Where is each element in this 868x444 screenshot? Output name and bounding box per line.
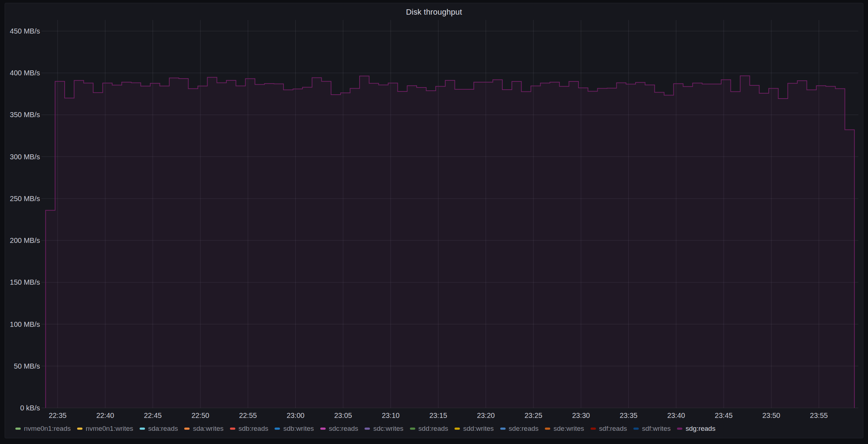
x-tick-label: 23:05 <box>327 411 359 420</box>
legend-item-sdf-writes[interactable]: sdf:writes <box>633 424 671 433</box>
y-tick-label: 50 MB/s <box>9 362 40 370</box>
legend-swatch <box>633 428 639 430</box>
legend-swatch <box>545 428 550 430</box>
legend-label: sde:writes <box>553 424 584 433</box>
legend-item-sdc-reads[interactable]: sdc:reads <box>320 424 358 433</box>
legend-label: sdf:writes <box>642 424 671 433</box>
legend-label: sdb:reads <box>239 424 268 433</box>
legend-item-sdb-reads[interactable]: sdb:reads <box>230 424 268 433</box>
legend-swatch <box>410 428 415 430</box>
legend-swatch <box>275 428 280 430</box>
x-tick-label: 23:00 <box>280 411 312 420</box>
legend-label: sdd:writes <box>463 424 494 433</box>
y-tick-label: 300 MB/s <box>9 153 40 161</box>
legend-swatch <box>230 428 235 430</box>
legend-item-sdc-writes[interactable]: sdc:writes <box>365 424 403 433</box>
x-tick-label: 23:25 <box>517 411 550 420</box>
x-tick-label: 23:30 <box>565 411 597 420</box>
legend-item-sdg-reads[interactable]: sdg:reads <box>677 424 715 433</box>
x-tick-label: 23:10 <box>375 411 407 420</box>
legend-item-sda-writes[interactable]: sda:writes <box>184 424 224 433</box>
legend-swatch <box>500 428 506 430</box>
legend: nvme0n1:readsnvme0n1:writessda:readssda:… <box>15 424 854 433</box>
legend-swatch <box>320 428 326 430</box>
x-tick-label: 23:40 <box>660 411 692 420</box>
legend-item-sde-writes[interactable]: sde:writes <box>545 424 584 433</box>
x-tick-label: 23:45 <box>708 411 740 420</box>
legend-swatch <box>140 428 145 430</box>
x-tick-label: 23:20 <box>470 411 502 420</box>
legend-swatch <box>677 428 682 430</box>
legend-swatch <box>15 428 21 430</box>
x-tick-label: 23:55 <box>803 411 835 420</box>
y-tick-label: 350 MB/s <box>9 111 40 119</box>
legend-item-nvme0n1-reads[interactable]: nvme0n1:reads <box>15 424 71 433</box>
legend-swatch <box>455 428 460 430</box>
legend-label: nvme0n1:reads <box>24 424 71 433</box>
legend-item-sdf-reads[interactable]: sdf:reads <box>591 424 627 433</box>
x-tick-label: 22:35 <box>41 411 74 420</box>
legend-item-sdd-writes[interactable]: sdd:writes <box>455 424 494 433</box>
legend-label: nvme0n1:writes <box>86 424 133 433</box>
legend-label: sda:reads <box>148 424 178 433</box>
legend-item-sde-reads[interactable]: sde:reads <box>500 424 538 433</box>
legend-label: sdc:reads <box>329 424 358 433</box>
y-tick-label: 450 MB/s <box>9 27 40 35</box>
legend-swatch <box>591 428 596 430</box>
x-tick-label: 22:55 <box>232 411 264 420</box>
y-tick-label: 150 MB/s <box>9 278 40 286</box>
y-tick-label: 250 MB/s <box>9 195 40 203</box>
y-tick-label: 100 MB/s <box>9 320 40 328</box>
legend-item-nvme0n1-writes[interactable]: nvme0n1:writes <box>77 424 133 433</box>
x-tick-label: 22:50 <box>184 411 216 420</box>
x-tick-label: 23:15 <box>422 411 454 420</box>
legend-item-sda-reads[interactable]: sda:reads <box>140 424 178 433</box>
y-tick-label: 400 MB/s <box>9 69 40 77</box>
legend-label: sdd:reads <box>418 424 448 433</box>
x-tick-label: 22:45 <box>137 411 169 420</box>
legend-swatch <box>77 428 82 430</box>
legend-label: sdc:writes <box>373 424 403 433</box>
legend-swatch <box>184 428 190 430</box>
legend-label: sdb:writes <box>283 424 314 433</box>
legend-label: sdf:reads <box>599 424 627 433</box>
grafana-dashboard-page: Disk throughput 0 kB/s50 MB/s100 MB/s150… <box>0 0 868 444</box>
disk-throughput-panel: Disk throughput 0 kB/s50 MB/s100 MB/s150… <box>5 3 863 438</box>
legend-label: sdg:reads <box>686 424 715 433</box>
legend-swatch <box>365 428 370 430</box>
x-tick-label: 22:40 <box>89 411 121 420</box>
x-tick-label: 23:50 <box>755 411 787 420</box>
legend-item-sdb-writes[interactable]: sdb:writes <box>275 424 314 433</box>
legend-label: sda:writes <box>193 424 224 433</box>
legend-item-sdd-reads[interactable]: sdd:reads <box>410 424 448 433</box>
y-tick-label: 0 kB/s <box>9 404 40 412</box>
x-tick-label: 23:35 <box>612 411 644 420</box>
legend-label: sde:reads <box>509 424 538 433</box>
plot-area[interactable] <box>43 20 858 408</box>
y-tick-label: 200 MB/s <box>9 236 40 244</box>
